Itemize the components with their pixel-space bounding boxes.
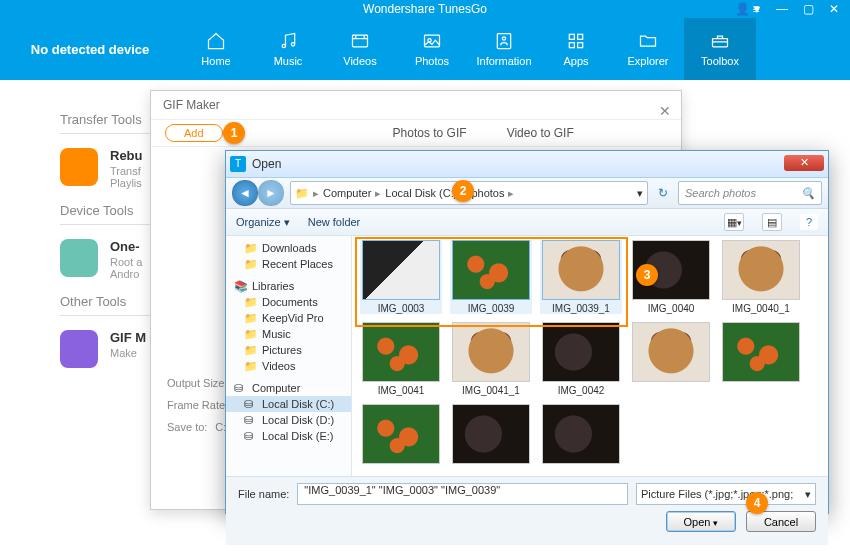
step-badge-2: 2 (452, 180, 474, 202)
file-grid[interactable]: IMG_0003IMG_0039IMG_0039_1IMG_0040IMG_00… (352, 236, 828, 476)
minimize-icon[interactable]: — (774, 0, 790, 18)
tree-item[interactable]: 📚Libraries (226, 278, 351, 294)
thumbnail (542, 240, 620, 300)
tab-photos-to-gif[interactable]: Photos to GIF (393, 126, 467, 140)
nav-information[interactable]: Information (468, 18, 540, 80)
nav-apps[interactable]: Apps (540, 18, 612, 80)
tree-item[interactable]: 📁Documents (226, 294, 351, 310)
svg-rect-9 (569, 43, 574, 48)
refresh-icon[interactable]: ↻ (654, 184, 672, 202)
menu-icon[interactable]: ≡ (748, 0, 764, 18)
file-item[interactable] (720, 322, 802, 396)
titlebar: Wondershare TunesGo 👤▾ ≡ — ▢ ✕ (0, 0, 850, 18)
thumbnail (362, 404, 440, 464)
file-label: IMG_0040_1 (732, 303, 790, 314)
organize-menu[interactable]: Organize ▾ (236, 216, 290, 229)
crumb-computer[interactable]: Computer (323, 187, 371, 199)
svg-point-6 (502, 37, 505, 40)
help-icon[interactable]: ? (800, 214, 818, 230)
video-icon (349, 31, 371, 51)
dialog-title: Open (252, 157, 281, 171)
tree-item[interactable]: 📁Music (226, 326, 351, 342)
dialog-app-icon: T (230, 156, 246, 172)
nav-home[interactable]: Home (180, 18, 252, 80)
file-item[interactable]: IMG_0039_1 (540, 240, 622, 314)
folder-icon: 📁 (295, 187, 309, 200)
drive-icon: ⛁ (234, 382, 247, 394)
close-icon[interactable]: ✕ (826, 0, 842, 18)
svg-rect-5 (497, 34, 510, 49)
music-icon (277, 31, 299, 51)
search-icon: 🔍 (801, 187, 815, 200)
folder-icon: 📁 (244, 296, 257, 308)
tree-item[interactable]: 📁KeepVid Pro (226, 310, 351, 326)
dialog-close-icon[interactable]: ✕ (784, 155, 824, 171)
app-window: Wondershare TunesGo 👤▾ ≡ — ▢ ✕ No detect… (0, 0, 850, 551)
open-button[interactable]: Open ▾ (666, 511, 736, 532)
svg-rect-8 (578, 34, 583, 39)
thumbnail (452, 240, 530, 300)
folder-icon: 📁 (244, 242, 257, 254)
tree-item[interactable]: 📁Videos (226, 358, 351, 374)
file-item[interactable] (360, 404, 442, 464)
tree-item[interactable]: ⛁Local Disk (E:) (226, 428, 351, 444)
tree-item[interactable]: 📁Pictures (226, 342, 351, 358)
file-label: IMG_0041 (378, 385, 425, 396)
app-title: Wondershare TunesGo (363, 2, 487, 16)
file-item[interactable]: IMG_0041 (360, 322, 442, 396)
thumbnail (632, 322, 710, 382)
file-name-label: File name: (238, 488, 289, 500)
nav-music[interactable]: Music (252, 18, 324, 80)
file-label: IMG_0041_1 (462, 385, 520, 396)
new-folder-button[interactable]: New folder (308, 216, 361, 228)
file-type-filter[interactable]: Picture Files (*.jpg;*.jpeg;*.png;▾ (636, 483, 816, 505)
gif-close-icon[interactable]: ✕ (659, 97, 671, 125)
nav-back-button[interactable]: ◄ (232, 180, 258, 206)
file-item[interactable]: IMG_0040_1 (720, 240, 802, 314)
save-to-label: Save to: (167, 421, 207, 433)
folder-icon: 📁 (244, 258, 257, 270)
tree-item[interactable]: ⛁Local Disk (D:) (226, 412, 351, 428)
tile-icon (60, 330, 98, 368)
nav-explorer[interactable]: Explorer (612, 18, 684, 80)
file-name-input[interactable]: "IMG_0039_1" "IMG_0003" "IMG_0039" (297, 483, 628, 505)
file-item[interactable]: IMG_0039 (450, 240, 532, 314)
file-item[interactable] (540, 404, 622, 464)
file-item[interactable]: IMG_0041_1 (450, 322, 532, 396)
nav-toolbox[interactable]: Toolbox (684, 18, 756, 80)
add-button[interactable]: Add (165, 124, 223, 142)
svg-rect-10 (578, 43, 583, 48)
thumbnail (452, 404, 530, 464)
apps-icon (565, 31, 587, 51)
nav-forward-button[interactable]: ► (258, 180, 284, 206)
dropdown-icon: ▾ (805, 488, 811, 501)
tree-item[interactable]: ⛁Computer (226, 380, 351, 396)
tree-item[interactable]: 📁Downloads (226, 240, 351, 256)
nav-photos[interactable]: Photos (396, 18, 468, 80)
thumbnail (722, 322, 800, 382)
addr-dropdown-icon[interactable]: ▾ (637, 187, 643, 200)
photo-icon (421, 31, 443, 51)
svg-rect-2 (353, 35, 368, 47)
tab-video-to-gif[interactable]: Video to GIF (507, 126, 574, 140)
maximize-icon[interactable]: ▢ (800, 0, 816, 18)
crumb-folder[interactable]: photos (471, 187, 504, 199)
file-item[interactable] (630, 322, 712, 396)
crumb-disk[interactable]: Local Disk (C:) (385, 187, 457, 199)
svg-rect-11 (713, 39, 728, 47)
thumbnail (362, 322, 440, 382)
thumbnail (362, 240, 440, 300)
cancel-button[interactable]: Cancel (746, 511, 816, 532)
tree-item[interactable]: ⛁Local Disk (C:) (226, 396, 351, 412)
file-item[interactable] (450, 404, 532, 464)
tree-item[interactable]: 📁Recent Places (226, 256, 351, 272)
file-item[interactable]: IMG_0042 (540, 322, 622, 396)
search-placeholder: Search photos (685, 187, 756, 199)
view-options-icon[interactable]: ▦▾ (724, 213, 744, 231)
nav-videos[interactable]: Videos (324, 18, 396, 80)
preview-pane-icon[interactable]: ▤ (762, 213, 782, 231)
folder-tree[interactable]: 📁Downloads📁Recent Places📚Libraries📁Docum… (226, 236, 352, 476)
search-input[interactable]: Search photos 🔍 (678, 181, 822, 205)
file-label: IMG_0042 (558, 385, 605, 396)
file-item[interactable]: IMG_0003 (360, 240, 442, 314)
